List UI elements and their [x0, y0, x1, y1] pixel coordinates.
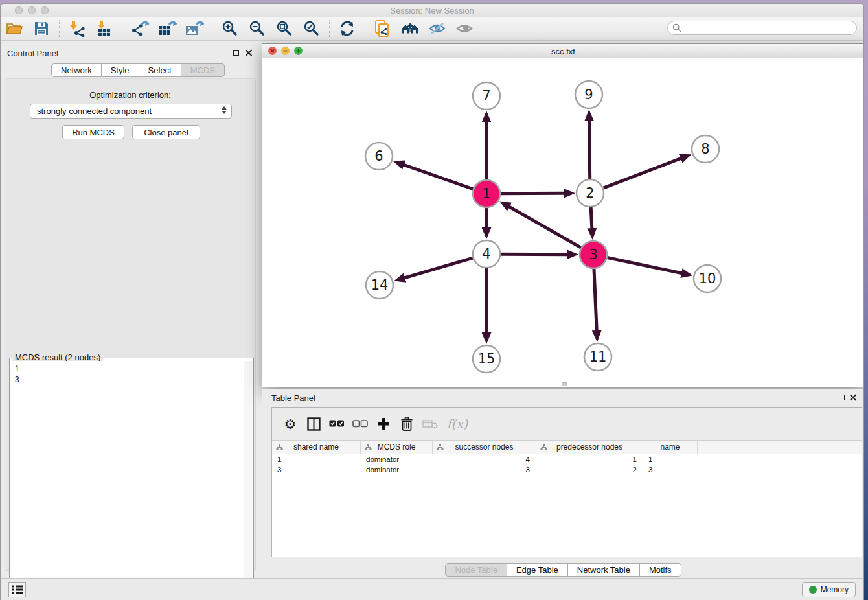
graph-node-1[interactable]: 1 — [473, 180, 500, 207]
home-view-button[interactable] — [399, 19, 421, 38]
graph-node-3[interactable]: 3 — [580, 241, 607, 268]
column-header-successor-nodes[interactable]: successor nodes — [433, 441, 536, 454]
task-history-button[interactable] — [8, 582, 26, 597]
graph-node-8[interactable]: 8 — [692, 135, 719, 163]
cell-shared_name[interactable]: 3 — [272, 465, 361, 475]
canvas-scroll-thumb[interactable] — [562, 382, 567, 386]
table-toolbar: ⚙ — [272, 408, 862, 440]
split-columns-button[interactable] — [302, 413, 325, 435]
search-input[interactable] — [681, 23, 856, 32]
graph-edge-3-10[interactable] — [608, 258, 682, 273]
run-mcds-button[interactable]: Run MCDS — [62, 125, 124, 139]
search-icon — [672, 23, 681, 32]
double-home-icon — [400, 21, 420, 36]
add-column-button[interactable] — [372, 413, 395, 435]
node-label: 11 — [589, 349, 607, 365]
select-all-columns-button[interactable] — [325, 413, 348, 435]
import-network-button[interactable] — [66, 19, 88, 38]
export-image-button[interactable] — [183, 19, 205, 38]
graph-node-6[interactable]: 6 — [365, 143, 393, 170]
tab-network[interactable]: Network — [51, 63, 102, 77]
table-tab-edge-table[interactable]: Edge Table — [507, 563, 568, 577]
column-header-predecessor-nodes[interactable]: predecessor nodes — [536, 441, 643, 454]
cell-mcds_role[interactable]: dominator — [361, 465, 433, 475]
tab-mcds[interactable]: MCDS — [181, 63, 225, 77]
close-panel-button[interactable]: Close panel — [132, 125, 200, 139]
memory-status-icon — [809, 586, 817, 594]
desktop-background: Session: New Session — [0, 0, 868, 600]
cell-name[interactable]: 1 — [643, 454, 698, 465]
export-network-button[interactable] — [129, 19, 151, 38]
cell-name[interactable]: 3 — [643, 465, 698, 475]
graph-node-4[interactable]: 4 — [473, 240, 500, 268]
column-header-MCDS-role[interactable]: MCDS role — [361, 441, 433, 454]
control-panel-header: Control Panel — [1, 43, 260, 63]
mcds-result-text[interactable]: 1 3 — [11, 361, 243, 600]
trash-icon — [400, 417, 413, 431]
open-session-button[interactable] — [3, 19, 25, 38]
function-builder-button[interactable]: f(x) — [442, 413, 473, 435]
graph-edge-1-6[interactable] — [404, 165, 473, 189]
graph-edge-1-2[interactable] — [501, 193, 564, 194]
result-scrollbar[interactable] — [244, 361, 252, 600]
search-field[interactable] — [667, 21, 857, 35]
table-row[interactable]: 1dominator411 — [272, 454, 862, 465]
zoom-selected-button[interactable] — [301, 19, 323, 38]
graph-node-9[interactable]: 9 — [575, 81, 602, 108]
cell-predecessor_nodes[interactable]: 2 — [536, 465, 643, 475]
cell-successor_nodes[interactable]: 3 — [433, 465, 536, 475]
cell-predecessor_nodes[interactable]: 1 — [536, 454, 643, 465]
float-panel-icon[interactable] — [233, 50, 239, 56]
graph-edge-2-9[interactable] — [589, 121, 590, 179]
graph-node-7[interactable]: 7 — [473, 82, 500, 110]
graph-edge-4-14[interactable] — [404, 258, 472, 278]
graph-edge-2-3[interactable] — [591, 207, 592, 229]
birds-eye-view-button[interactable] — [453, 19, 475, 38]
unchecked-boxes-icon — [352, 420, 368, 428]
zoom-in-button[interactable] — [219, 19, 241, 38]
graph-edge-2-8[interactable] — [604, 158, 681, 188]
close-panel-icon[interactable] — [245, 49, 253, 56]
close-table-panel-icon[interactable] — [849, 393, 857, 401]
app-titlebar[interactable]: Session: New Session — [1, 4, 863, 17]
delete-column-button[interactable] — [395, 413, 418, 435]
tab-select[interactable]: Select — [139, 63, 181, 77]
table-tab-motifs[interactable]: Motifs — [640, 563, 681, 577]
export-table-button[interactable] — [156, 19, 178, 38]
network-canvas[interactable]: 7968124314101511 — [262, 58, 864, 387]
float-table-panel-icon[interactable] — [839, 395, 845, 400]
graph-node-11[interactable]: 11 — [584, 343, 611, 371]
graph-node-2[interactable]: 2 — [577, 179, 604, 207]
graph-edge-3-1[interactable] — [509, 207, 581, 248]
save-session-button[interactable] — [30, 19, 52, 38]
copy-network-view-button[interactable] — [372, 19, 394, 38]
cell-successor_nodes[interactable]: 4 — [433, 454, 536, 465]
memory-button[interactable]: Memory — [802, 582, 856, 597]
graph-edge-3-11[interactable] — [594, 269, 597, 331]
column-header-shared-name[interactable]: shared name — [272, 441, 361, 454]
column-header-name[interactable]: name — [643, 441, 698, 454]
table-tab-node-table[interactable]: Node Table — [445, 563, 507, 577]
cell-shared_name[interactable]: 1 — [272, 454, 361, 465]
cell-mcds_role[interactable]: dominator — [361, 454, 433, 465]
table-tab-network-table[interactable]: Network Table — [568, 563, 640, 577]
deselect-all-columns-button[interactable] — [348, 413, 372, 435]
import-table-button[interactable] — [93, 19, 115, 38]
hide-graphics-details-button[interactable] — [426, 19, 448, 38]
table-settings-button[interactable]: ⚙ — [279, 413, 302, 435]
graph-node-14[interactable]: 14 — [366, 271, 393, 299]
graph-node-10[interactable]: 10 — [694, 265, 721, 292]
apply-layout-button[interactable] — [336, 19, 358, 38]
graph-edge-4-3[interactable] — [501, 254, 567, 255]
network-view-window[interactable]: scc.txt 7968124314101511 — [262, 43, 864, 387]
zoom-out-button[interactable] — [246, 19, 268, 38]
delete-table-button[interactable] — [418, 413, 442, 435]
refresh-arrows-icon — [339, 20, 356, 37]
optimization-criterion-dropdown[interactable]: strongly connected component — [30, 104, 232, 119]
network-window-titlebar[interactable]: scc.txt — [262, 44, 864, 58]
tab-style[interactable]: Style — [102, 63, 139, 77]
node-label: 8 — [701, 141, 709, 157]
zoom-fit-button[interactable] — [273, 19, 295, 38]
table-row[interactable]: 3dominator323 — [272, 465, 862, 475]
graph-node-15[interactable]: 15 — [473, 345, 500, 373]
